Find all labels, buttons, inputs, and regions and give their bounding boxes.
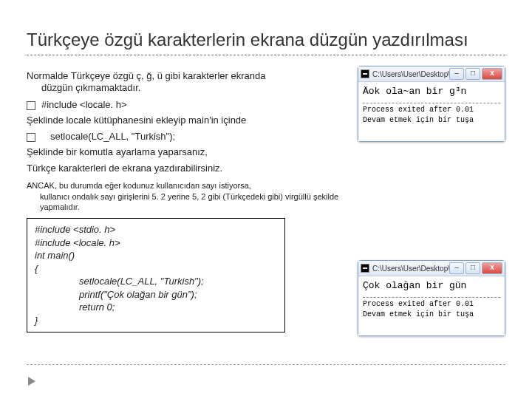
- p1-line2: düzgün çıkmamaktadır.: [27, 82, 140, 93]
- right-column: C:\Users\User\Desktop\İsimsiz2.exe – □ x…: [358, 66, 505, 336]
- console1-line2: Process exited after 0.01: [363, 106, 474, 114]
- console2-line2: Process exited after 0.01: [363, 300, 474, 308]
- window-buttons-2: – □ x: [449, 262, 502, 274]
- left-column: Normalde Türkçeye özgü ç, ğ, ü gibi kara…: [27, 66, 350, 336]
- note-head: ANCAK, bu durumda eğer kodunuz kullanıcı…: [27, 181, 251, 190]
- paragraph-4: Türkçe karakterleri de ekrana yazdırabil…: [27, 163, 350, 174]
- checkbox-icon: [27, 133, 35, 142]
- window-buttons-1: – □ x: [449, 68, 502, 80]
- divider: [363, 103, 500, 103]
- console-body-2: Çok olağan bir gün Process exited after …: [358, 276, 505, 335]
- maximize-button[interactable]: □: [466, 262, 480, 274]
- note-paragraph: ANCAK, bu durumda eğer kodunuz kullanıcı…: [27, 180, 350, 212]
- console2-line1: Çok olağan bir gün: [363, 280, 466, 291]
- paragraph-3: Şeklinde bir komutla ayarlama yaparsanız…: [27, 146, 350, 158]
- minimize-button[interactable]: –: [449, 262, 464, 274]
- minimize-button[interactable]: –: [449, 68, 464, 80]
- code-l6: printf("Çok olağan bir gün");: [35, 288, 277, 301]
- console-window-2: C:\Users\User\Desktop\İsimsiz2.exe – □ x…: [358, 260, 505, 336]
- code-l8: }: [35, 315, 38, 326]
- bullet-include: #include <locale. h>: [27, 99, 350, 110]
- code-l1: #include <stdio. h>: [35, 224, 115, 235]
- paragraph-1: Normalde Türkçeye özgü ç, ğ, ü gibi kara…: [27, 70, 350, 95]
- window-path-2: C:\Users\User\Desktop\İsimsiz2.exe: [372, 265, 449, 273]
- footer-divider: [27, 364, 505, 365]
- checkbox-icon: [27, 101, 35, 110]
- code-l7: return 0;: [35, 301, 277, 314]
- slide-title: Türkçeye özgü karakterlerin ekrana düzgü…: [27, 30, 505, 55]
- footer-arrow-icon: [28, 377, 35, 386]
- slide: Türkçeye özgü karakterlerin ekrana düzgü…: [0, 0, 532, 399]
- code-l3: int main(): [35, 250, 75, 261]
- divider: [363, 297, 500, 298]
- code-l2: #include <locale. h>: [35, 237, 120, 248]
- bullet-setlocale: setlocale(LC_ALL, "Turkish");: [27, 131, 350, 142]
- close-button[interactable]: x: [482, 262, 502, 274]
- note-body: kullanıcı ondalık sayı girişlerini 5. 2 …: [27, 191, 350, 213]
- content-columns: Normalde Türkçeye özgü ç, ğ, ü gibi kara…: [27, 66, 505, 336]
- p1-line1: Normalde Türkçeye özgü ç, ğ, ü gibi kara…: [27, 70, 265, 81]
- paragraph-2: Şeklinde locale kütüphanesini ekleyip ma…: [27, 115, 350, 126]
- console1-line1: Äok ola~an bir g³n: [363, 86, 466, 97]
- code-l4: {: [35, 263, 38, 274]
- bullet-include-text: #include <locale. h>: [41, 99, 127, 110]
- console-body-1: Äok ola~an bir g³n Process exited after …: [358, 82, 505, 141]
- app-icon: [361, 264, 369, 273]
- close-button[interactable]: x: [482, 68, 502, 80]
- console2-line3: Devam etmek için bir tuşa: [363, 310, 474, 318]
- window-path-1: C:\Users\User\Desktop\İsimsiz2.exe: [372, 70, 449, 78]
- console-window-1: C:\Users\User\Desktop\İsimsiz2.exe – □ x…: [358, 66, 505, 142]
- code-block: #include <stdio. h> #include <locale. h>…: [27, 218, 285, 332]
- bullet-setlocale-text: setlocale(LC_ALL, "Turkish");: [41, 131, 175, 142]
- titlebar-1: C:\Users\User\Desktop\İsimsiz2.exe – □ x: [358, 66, 505, 82]
- titlebar-2: C:\Users\User\Desktop\İsimsiz2.exe – □ x: [358, 261, 505, 276]
- app-icon: [361, 69, 369, 78]
- maximize-button[interactable]: □: [466, 68, 480, 80]
- console1-line3: Devam etmek için bir tuşa: [363, 116, 474, 124]
- code-l5: setlocale(LC_ALL, "Turkish");: [35, 275, 277, 288]
